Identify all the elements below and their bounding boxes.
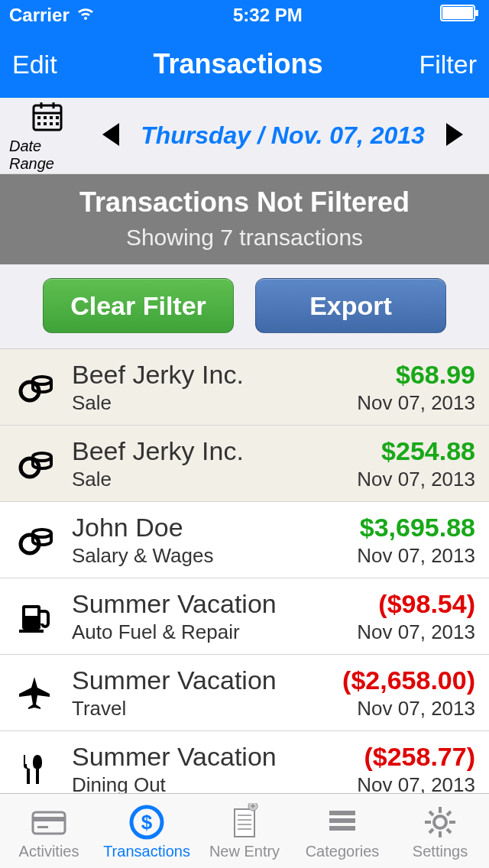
svg-rect-2	[475, 10, 478, 16]
tab-label: Categories	[306, 843, 380, 860]
page-title: Transactions	[153, 48, 322, 80]
transaction-amount: $254.88	[357, 436, 475, 466]
status-time: 5:32 PM	[96, 5, 440, 26]
transaction-date: Nov 07, 2013	[357, 544, 475, 568]
transaction-title: Summer Vacation	[72, 742, 357, 772]
tab-settings[interactable]: Settings	[391, 794, 489, 868]
edit-button[interactable]: Edit	[12, 50, 57, 79]
gear-icon	[421, 802, 459, 843]
transactions-list: Beef Jerky Inc. Sale $68.99 Nov 07, 2013…	[0, 349, 489, 808]
transaction-title: Beef Jerky Inc.	[72, 360, 357, 390]
filter-status-banner: Transactions Not Filtered Showing 7 tran…	[0, 174, 489, 264]
transaction-category: Sale	[72, 391, 357, 415]
transaction-amount: ($98.54)	[357, 589, 475, 619]
calendar-icon	[31, 99, 64, 136]
tab-categories[interactable]: Categories	[293, 794, 391, 868]
transaction-title: Summer Vacation	[72, 589, 357, 619]
svg-marker-16	[446, 123, 463, 146]
svg-rect-1	[442, 7, 473, 19]
svg-rect-11	[37, 122, 40, 125]
transaction-title: John Doe	[72, 513, 357, 542]
filter-status-title: Transactions Not Filtered	[0, 186, 489, 219]
card-icon	[30, 802, 68, 843]
transaction-amount: $3,695.88	[357, 513, 475, 542]
transaction-row[interactable]: Beef Jerky Inc. Sale $68.99 Nov 07, 2013	[0, 349, 489, 426]
date-range-label: Date Range	[9, 138, 86, 173]
next-date-button[interactable]	[443, 121, 466, 151]
current-date[interactable]: Thursday / Nov. 07, 2013	[141, 121, 425, 150]
svg-rect-9	[50, 116, 53, 119]
nav-bar: Edit Transactions Filter	[0, 31, 489, 98]
wifi-icon	[76, 5, 96, 26]
dollar-icon	[128, 802, 166, 843]
transaction-category: Salary & Wages	[72, 544, 357, 568]
transaction-title: Summer Vacation	[72, 666, 342, 695]
transaction-amount: ($2,658.00)	[342, 666, 475, 695]
tab-label: Activities	[19, 843, 79, 860]
transaction-category: Sale	[72, 468, 357, 491]
svg-marker-15	[102, 123, 119, 146]
filter-button[interactable]: Filter	[419, 50, 477, 79]
transaction-row[interactable]: Summer Vacation Travel ($2,658.00) Nov 0…	[0, 655, 489, 731]
svg-rect-13	[50, 122, 53, 125]
transaction-row[interactable]: Summer Vacation Auto Fuel & Repair ($98.…	[0, 578, 489, 655]
transaction-date: Nov 07, 2013	[342, 697, 475, 721]
coins-icon	[12, 368, 58, 406]
receipt-icon	[225, 802, 264, 843]
plane-icon	[12, 674, 58, 712]
carrier-label: Carrier	[9, 5, 70, 26]
dining-icon	[12, 750, 58, 789]
export-button[interactable]: Export	[255, 278, 446, 333]
svg-rect-10	[56, 116, 59, 119]
stack-icon	[323, 802, 361, 843]
tab-activities[interactable]: Activities	[0, 794, 98, 868]
svg-rect-12	[44, 122, 47, 125]
filter-status-count: Showing 7 transactions	[0, 225, 489, 251]
transaction-date: Nov 07, 2013	[357, 391, 475, 415]
prev-date-button[interactable]	[99, 121, 122, 151]
transaction-row[interactable]: Beef Jerky Inc. Sale $254.88 Nov 07, 201…	[0, 426, 489, 502]
transaction-category: Auto Fuel & Repair	[72, 620, 357, 644]
action-button-row: Clear Filter Export	[0, 264, 489, 349]
transaction-amount: $68.99	[357, 360, 475, 390]
battery-icon	[440, 5, 480, 26]
transaction-category: Travel	[72, 697, 342, 721]
clear-filter-button[interactable]: Clear Filter	[43, 278, 234, 333]
transaction-title: Beef Jerky Inc.	[72, 436, 357, 466]
date-range-bar: Date Range Thursday / Nov. 07, 2013	[0, 98, 489, 174]
date-range-button[interactable]: Date Range	[9, 99, 86, 173]
coins-icon	[12, 445, 58, 483]
transaction-amount: ($258.77)	[357, 742, 475, 772]
svg-rect-7	[37, 116, 40, 119]
tab-label: New Entry	[209, 843, 280, 860]
svg-rect-14	[56, 122, 59, 125]
svg-rect-8	[44, 116, 47, 119]
tab-new-entry[interactable]: New Entry	[196, 794, 293, 868]
tab-transactions[interactable]: Transactions	[98, 794, 196, 868]
status-bar: Carrier 5:32 PM	[0, 0, 489, 31]
transaction-row[interactable]: John Doe Salary & Wages $3,695.88 Nov 07…	[0, 502, 489, 578]
coins-icon	[12, 521, 58, 559]
fuel-icon	[12, 598, 58, 636]
transaction-date: Nov 07, 2013	[357, 620, 475, 644]
transaction-date: Nov 07, 2013	[357, 468, 475, 491]
tab-label: Settings	[413, 843, 468, 860]
tab-bar: Activities Transactions New Entry Catego…	[0, 793, 489, 868]
tab-label: Transactions	[103, 843, 190, 860]
